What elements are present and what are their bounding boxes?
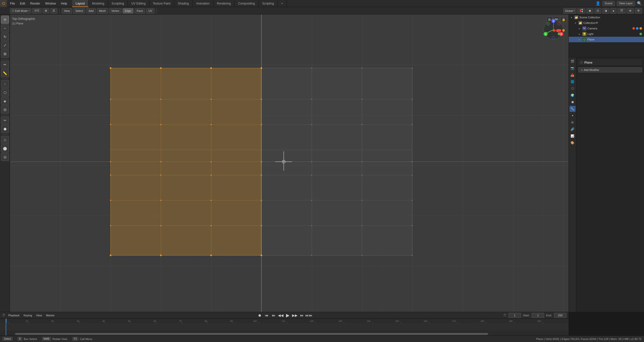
tool-move[interactable]: ↔ [1,24,9,32]
tool-merge[interactable]: ◎ [1,153,9,161]
view-layer-selector[interactable]: View Layer [617,1,635,6]
viewport-extra2[interactable]: ⚙ [635,8,642,14]
outliner-row-camera[interactable]: ▸ 📷 Camera [569,26,644,31]
transport-play[interactable]: ▶ [285,312,291,318]
search-icon[interactable]: 🔍 [637,1,642,6]
current-frame-icon: ⏱ [503,314,506,317]
tool-annotate[interactable]: ✏ [1,61,9,69]
edge-menu-btn[interactable]: Edge [123,8,134,14]
prop-btn-render[interactable]: 📷 [570,65,576,71]
viewport-extra1[interactable]: 👁 [627,8,634,14]
solid-btn[interactable]: ◑ [602,8,609,14]
tab-uv-editing[interactable]: UV Editing [128,0,149,7]
prop-btn-view-layer[interactable]: 🌐 [570,79,576,85]
material-btn[interactable]: ● [610,8,617,14]
vertex-menu-btn[interactable]: Vertex [109,8,122,14]
tool-rotate[interactable]: ↻ [1,33,9,41]
tab-texture-paint[interactable]: Texture Paint [149,0,174,7]
status-select: Select [3,337,13,341]
transport-reverse[interactable]: ◀◀ [278,312,284,318]
prop-btn-modifier[interactable]: 🔧 [570,106,576,112]
sep2 [156,8,157,13]
face-menu-btn[interactable]: Face [135,8,145,14]
outliner-row-plane[interactable]: ▸ ⬡ Plane [569,37,644,42]
timeline-hscrollbar-thumb[interactable] [15,333,488,335]
xray-btn[interactable]: ☰ [50,8,57,14]
menu-help[interactable]: Help [58,0,70,7]
prop-btn-constraints[interactable]: 🔗 [570,126,576,132]
outliner-row-light[interactable]: ▸ 💡 Light [569,31,644,37]
user-prefs-icon[interactable]: 👤 [595,1,600,6]
prop-btn-world[interactable]: 🌍 [570,92,576,98]
tab-modeling[interactable]: Modeling [89,0,108,7]
tab-shading[interactable]: Shading [174,0,193,7]
tool-loopcut[interactable]: ⊟ [1,106,9,114]
pivot-dropdown[interactable]: Global ▾ [563,8,577,14]
transport-record[interactable]: ⏺ [257,312,263,318]
tool-inset[interactable]: ⬡ [1,89,9,97]
rendered-btn[interactable]: 🎬 [618,8,626,14]
tool-rip[interactable]: ⬤ [1,144,9,152]
tab-layout[interactable]: Layout [72,0,89,7]
transport-prev-keyframe[interactable]: ⏭ [271,312,277,318]
proportional-btn[interactable]: ◉ [586,8,593,14]
transport-forward[interactable]: ▶▶ [292,312,298,318]
wireframe-btn[interactable]: ⊡ [594,8,601,14]
tab-animation[interactable]: Animation [193,0,213,7]
tab-sculpting[interactable]: Sculpting [108,0,128,7]
add-menu-btn[interactable]: Add [86,8,96,14]
transport-start[interactable]: ⏮ [264,312,270,318]
prop-btn-output[interactable]: 📤 [570,72,576,78]
tool-extrude[interactable]: ↑ [1,80,9,88]
global-axis-btn[interactable]: XYZ [32,8,42,14]
current-frame-input[interactable] [508,313,521,318]
outliner-row-collection[interactable]: ▾ 📁 Collection 👁 [569,20,644,26]
outliner-row-scene-collection[interactable]: ▾ 📁 Scene Collection [569,15,644,20]
scene-selector[interactable]: Scene [602,1,615,6]
transport-end[interactable]: ⏭⏭ [306,312,312,318]
prop-btn-object[interactable]: ⬢ [570,99,576,105]
timeline-menu-marker[interactable]: Marker [45,314,56,317]
add-modifier-btn[interactable]: + Add Modifier [578,67,642,72]
view-menu-btn[interactable]: View [62,8,72,14]
mesh-menu-btn[interactable]: Mesh [97,8,108,14]
menu-window[interactable]: Window [43,0,58,7]
menu-file[interactable]: File [8,0,17,7]
menu-edit[interactable]: Edit [17,0,28,7]
menu-render[interactable]: Render [28,0,43,7]
tab-compositing[interactable]: Compositing [234,0,259,7]
tool-shear[interactable]: ⧊ [1,136,9,144]
tab-scripting[interactable]: Scripting [259,0,278,7]
tab-rendering[interactable]: Rendering [213,0,234,7]
edit-mode-dropdown[interactable]: ⬡ Edit Mode ▾ [10,8,31,14]
prop-btn-physics[interactable]: ⚙ [570,119,576,125]
tool-measure[interactable]: 📏 [1,69,9,77]
timeline-menu-playback[interactable]: Playback [7,314,21,317]
prop-btn-data[interactable]: 📊 [570,133,576,139]
tool-scale[interactable]: ⤢ [1,41,9,49]
tool-cursor[interactable]: ✛ [1,16,9,24]
end-frame-input[interactable] [554,313,567,318]
select-menu-btn[interactable]: Select [73,8,86,14]
transport-next-keyframe[interactable]: ⏭ [299,312,305,318]
prop-btn-material[interactable]: 🎨 [570,140,576,146]
svg-point-45 [110,225,111,226]
overlay-btn[interactable]: ⊞ [43,8,49,14]
camera-icon: 📷 [582,26,586,30]
tool-bevel[interactable]: ◈ [1,97,9,105]
viewport-3d[interactable]: Top Orthographic (1) Plane ⊞ 📷 🔒 Z X Y [10,15,569,312]
add-workspace-btn[interactable]: + [278,0,287,7]
prop-btn-particles[interactable]: ✦ [570,113,576,119]
snap-btn[interactable]: 🧲 [577,8,585,14]
prop-btn-scene[interactable]: 🎬 [570,58,576,64]
timeline-menu-view[interactable]: View [35,314,43,317]
tool-knife[interactable]: ✂ [1,116,9,124]
start-frame-input[interactable] [532,313,544,318]
uv-menu-btn[interactable]: UV [146,8,154,14]
timeline-menu-keying[interactable]: Keying [23,314,33,317]
prop-btn-scene2[interactable]: ⬡ [570,86,576,92]
tool-polyloop[interactable]: ⬢ [1,125,9,133]
timeline-hscrollbar[interactable] [10,332,493,335]
svg-point-73 [412,225,413,226]
tool-transform[interactable]: ⊞ [1,50,9,58]
